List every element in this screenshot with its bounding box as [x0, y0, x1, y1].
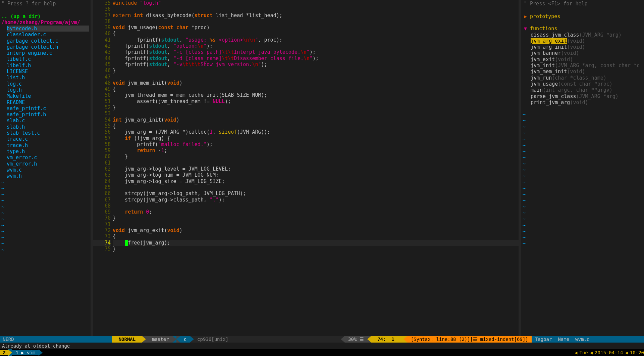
tmux-statusline: Z 1 ▶ vim ◀Tue ◀2015-04-14 ◀10:20	[0, 349, 644, 356]
statusline-branch: master	[146, 336, 172, 343]
code-area[interactable]: #include "log.h"extern int disass_byteco…	[113, 0, 519, 336]
code-line[interactable]	[113, 184, 519, 190]
code-line[interactable]: #include "log.h"	[113, 0, 519, 6]
tagbar-function[interactable]: jvm_mem_init(void)	[521, 69, 644, 75]
tmux-window[interactable]: 1 ▶ vim	[12, 350, 39, 355]
nerdtree-file[interactable]: trace.c	[7, 136, 89, 142]
editor-pane[interactable]: 3536373839404142434445464748495051525354…	[93, 0, 519, 336]
code-line[interactable]: if (!jvm_arg) {	[113, 135, 519, 141]
nerdtree-file[interactable]: slab.h	[7, 124, 89, 130]
nerdtree-file[interactable]: garbage_collect.h	[7, 44, 89, 50]
code-line[interactable]: jvm_thread_mem = mem_cache_init(SLAB_SIZ…	[113, 92, 519, 98]
code-line[interactable]: extern int disass_bytecode(struct list_h…	[113, 12, 519, 18]
nerdtree-file[interactable]: libelf.c	[7, 56, 89, 62]
tagbar-function[interactable]: parse_jvm_class(JVM_ARG *arg)	[521, 93, 644, 99]
nerdtree-file[interactable]: safe_printf.h	[7, 112, 89, 118]
statusline: NERD NORMAL master c cp936[unix] 30% ☰ 7…	[0, 336, 644, 343]
code-line[interactable]: }	[113, 104, 519, 110]
code-line[interactable]: jvm_arg->log_size = JVM_LOG_SIZE;	[113, 178, 519, 184]
nerdtree-file[interactable]: classloader.c	[7, 32, 89, 38]
nerdtree-file[interactable]: wvm.h	[7, 173, 89, 179]
code-line[interactable]	[113, 74, 519, 80]
tagbar-section[interactable]: ▼ functions	[521, 26, 644, 32]
tagbar-function[interactable]: jvm_run(char *class_name)	[521, 75, 644, 81]
tagbar-function[interactable]: jvm_usage(const char *proc)	[521, 81, 644, 87]
nerdtree-file[interactable]: bytecode.h	[7, 26, 89, 32]
code-line[interactable]	[113, 18, 519, 25]
nerdtree-file[interactable]: safe_printf.c	[7, 105, 89, 112]
nerdtree-file[interactable]: slab_test.c	[7, 130, 89, 136]
code-line[interactable]: void jvm_mem_init(void)	[113, 80, 519, 86]
code-line[interactable]: return -1;	[113, 147, 519, 153]
vertical-split[interactable]	[91, 0, 93, 336]
line-number-gutter: 3536373839404142434445464748495051525354…	[93, 0, 113, 336]
code-line[interactable]: }	[113, 68, 519, 74]
nerdtree-file[interactable]: slab.c	[7, 118, 89, 124]
code-line[interactable]: void jvm_arg_exit(void)	[113, 227, 519, 233]
code-line[interactable]: int jvm_arg_init(void)	[113, 117, 519, 123]
code-line[interactable]: fprintf(stdout, "-d [class_name]\t\tDisa…	[113, 55, 519, 61]
code-line[interactable]	[113, 203, 519, 209]
code-line[interactable]: {	[113, 123, 519, 129]
code-line[interactable]	[113, 6, 519, 12]
code-line[interactable]: void jvm_usage(const char *proc)	[113, 25, 519, 31]
nerdtree-root-path[interactable]: /home/zshang/Program/ajvm/	[0, 19, 91, 26]
code-line[interactable]: strcpy(jvm_arg->log_path, JVM_LOG_PATH);	[113, 190, 519, 196]
nerdtree-file[interactable]: trace.h	[7, 142, 89, 148]
tagbar-pane[interactable]: " Press <F1> for help ▶ prototypes▼ func…	[521, 0, 644, 336]
code-line[interactable]: printf("malloc failed.");	[113, 141, 519, 147]
nerdtree-file[interactable]: type.h	[7, 148, 89, 154]
tmux-session[interactable]: Z	[0, 350, 8, 355]
nerdtree-file[interactable]: Makefile	[7, 93, 89, 99]
code-line[interactable]: strcpy(jvm_arg->class_path, ".");	[113, 197, 519, 203]
tagbar-function[interactable]: disass_jvm_class(JVM_ARG *arg)	[521, 32, 644, 38]
nerdtree-file[interactable]: log.c	[7, 81, 89, 87]
statusline-filetype: c	[180, 336, 190, 343]
statusline-nerd: NERD	[0, 336, 112, 343]
tagbar-section[interactable]: ▶ prototypes	[521, 13, 644, 19]
code-line[interactable]: }	[113, 215, 519, 221]
nerdtree-file[interactable]: libelf.h	[7, 62, 89, 69]
code-line[interactable]: fprintf(stdout, "-v\t\t\tShow jvm versio…	[113, 61, 519, 68]
code-line[interactable]: fprintf(stdout, "option:\n");	[113, 43, 519, 49]
tagbar-function[interactable]: jvm_exit(void)	[521, 56, 644, 62]
vertical-split[interactable]	[519, 0, 521, 336]
code-line[interactable]	[113, 110, 519, 117]
nerdtree-file[interactable]: interp_engine.c	[7, 50, 89, 56]
tagbar-function[interactable]: jvm_init(JVM_ARG *arg, const char *c	[521, 62, 644, 69]
code-line[interactable]	[113, 221, 519, 227]
code-line[interactable]	[113, 160, 519, 166]
tagbar-function[interactable]: print_jvm_arg(void)	[521, 99, 644, 105]
code-line[interactable]: free(jvm_arg);	[113, 240, 519, 246]
statusline-warnings: [Syntax: line:88 (2)][☲ mixed-indent[69]…	[408, 336, 532, 343]
code-line[interactable]: }	[113, 246, 519, 252]
code-line[interactable]: fprintf(stdout, "usage: %s <option>\n\n"…	[113, 37, 519, 43]
code-line[interactable]: return 0;	[113, 209, 519, 215]
code-line[interactable]: {	[113, 86, 519, 92]
code-line[interactable]: {	[113, 233, 519, 239]
code-line[interactable]: fprintf(stdout, "-c [class_path]\t\tInte…	[113, 49, 519, 55]
tagbar-function[interactable]: jvm_arg_exit(void)	[521, 38, 644, 44]
tagbar-function[interactable]: jvm_arg_init(void)	[521, 44, 644, 50]
statusline-percent: 30% ☰	[345, 336, 367, 343]
tagbar-function[interactable]: jvm_banner(void)	[521, 50, 644, 56]
nerdtree-file[interactable]: README	[7, 99, 89, 105]
nerdtree-file[interactable]: vm_error.c	[7, 154, 89, 161]
nerdtree-pane[interactable]: " Press ? for help .. (up a dir) /home/z…	[0, 0, 91, 336]
nerdtree-file[interactable]: LICENSE	[7, 69, 89, 75]
nerdtree-file[interactable]: list.h	[7, 75, 89, 81]
nerdtree-file[interactable]: garbage_collect.c	[7, 38, 89, 44]
statusline-mode: NORMAL	[112, 336, 142, 343]
statusline-position: 74: 1	[371, 336, 404, 343]
tagbar-function[interactable]: main(int argc, char **argv)	[521, 87, 644, 93]
nerdtree-up-dir[interactable]: .. (up a dir)	[0, 13, 91, 19]
code-line[interactable]: jvm_arg->log_num = JVM_LOG_NUM;	[113, 172, 519, 178]
nerdtree-file[interactable]: log.h	[7, 87, 89, 93]
code-line[interactable]: jvm_arg->log_level = JVM_LOG_LEVEL;	[113, 166, 519, 172]
code-line[interactable]: assert(jvm_thread_mem != NULL);	[113, 98, 519, 104]
code-line[interactable]: {	[113, 31, 519, 37]
nerdtree-file[interactable]: vm_error.h	[7, 161, 89, 167]
code-line[interactable]: jvm_arg = (JVM_ARG *)calloc(1, sizeof(JV…	[113, 129, 519, 135]
nerdtree-file[interactable]: wvm.c	[7, 167, 89, 173]
code-line[interactable]: }	[113, 153, 519, 160]
